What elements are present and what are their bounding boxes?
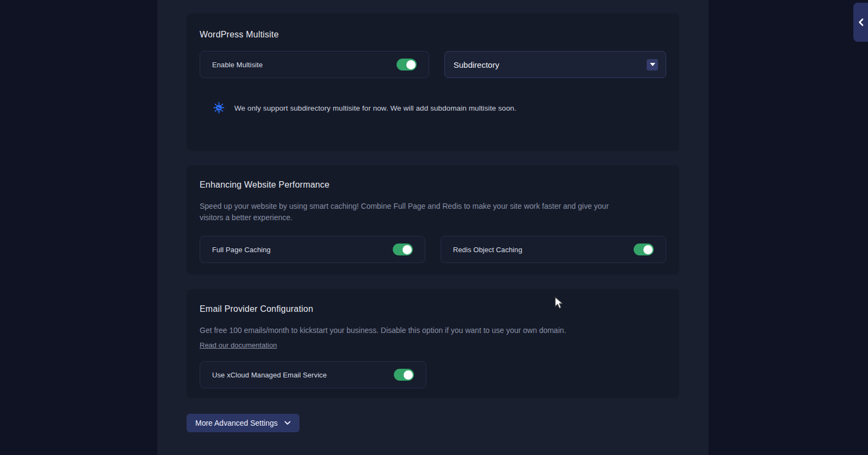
redis-object-caching-row: Redis Object Caching — [441, 236, 666, 263]
full-page-caching-row: Full Page Caching — [200, 236, 425, 263]
email-panel-row: Use xCloud Managed Email Service — [200, 361, 666, 388]
card-wordpress-multisite: WordPress Multisite Enable Multisite Sub… — [187, 14, 679, 151]
multisite-type-selected-value: Subdirectory — [454, 60, 499, 69]
select-dropdown-button[interactable] — [647, 59, 658, 71]
performance-panel-row: Full Page Caching Redis Object Caching — [200, 236, 666, 263]
full-page-caching-label: Full Page Caching — [212, 246, 271, 254]
card-email-provider: Email Provider Configuration Get free 10… — [187, 289, 679, 398]
performance-card-description: Speed up your website by using smart cac… — [200, 201, 629, 223]
performance-card-title: Enhancing Website Performance — [200, 180, 666, 190]
lightbulb-icon — [213, 102, 225, 114]
multisite-card-title: WordPress Multisite — [200, 30, 666, 40]
managed-email-toggle[interactable] — [394, 369, 414, 381]
more-advanced-settings-button[interactable]: More Advanced Settings — [187, 414, 299, 432]
toggle-knob — [643, 245, 653, 254]
email-card-title: Email Provider Configuration — [200, 304, 666, 314]
multisite-panel-row: Enable Multisite Subdirectory — [200, 51, 666, 78]
toggle-knob — [404, 370, 413, 380]
redis-object-caching-toggle[interactable] — [634, 243, 654, 255]
chevron-left-icon — [857, 18, 865, 27]
email-card-description: Get free 100 emails/month to kickstart y… — [200, 325, 629, 336]
enable-multisite-toggle[interactable] — [397, 59, 417, 71]
card-website-performance: Enhancing Website Performance Speed up y… — [187, 165, 679, 274]
managed-email-label: Use xCloud Managed Email Service — [212, 371, 327, 379]
toggle-knob — [403, 245, 412, 254]
chevron-down-icon — [284, 421, 291, 425]
mouse-cursor — [554, 297, 565, 310]
enable-multisite-label: Enable Multisite — [212, 61, 263, 69]
multisite-type-select[interactable]: Subdirectory — [444, 51, 666, 78]
managed-email-row: Use xCloud Managed Email Service — [200, 361, 426, 388]
multisite-note: We only support subdirectory multisite f… — [200, 102, 666, 114]
full-page-caching-toggle[interactable] — [393, 243, 413, 255]
multisite-note-text: We only support subdirectory multisite f… — [234, 104, 516, 112]
chevron-down-icon — [650, 63, 655, 66]
settings-content-column: WordPress Multisite Enable Multisite Sub… — [157, 0, 709, 455]
read-documentation-link[interactable]: Read our documentation — [200, 341, 277, 349]
toggle-knob — [406, 60, 416, 69]
redis-object-caching-label: Redis Object Caching — [453, 246, 522, 254]
collapse-panel-tab[interactable] — [853, 3, 868, 42]
enable-multisite-row: Enable Multisite — [200, 51, 429, 78]
more-advanced-settings-label: More Advanced Settings — [195, 419, 278, 427]
